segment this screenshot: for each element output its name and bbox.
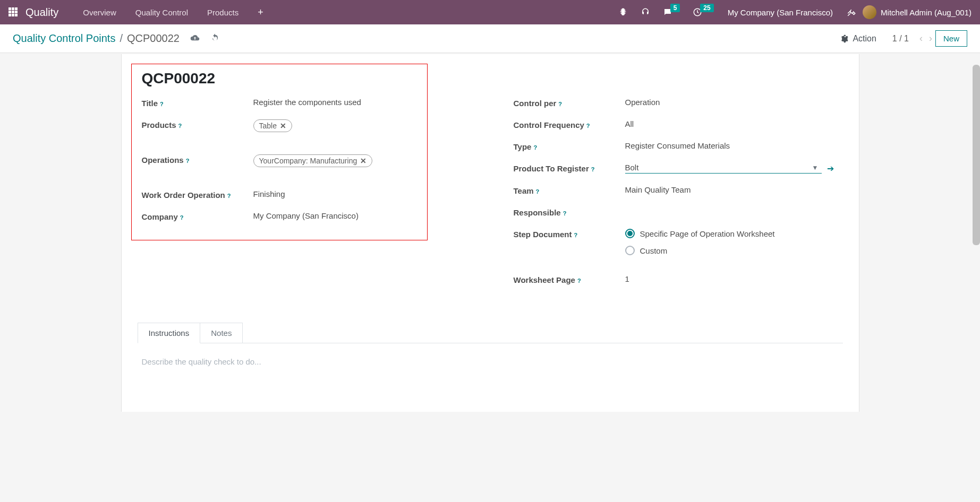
left-column: Title? Register the components used Prod…: [142, 98, 471, 296]
help-icon[interactable]: ?: [227, 193, 231, 199]
tab-content: Describe the quality check to do...: [138, 343, 843, 380]
help-icon[interactable]: ?: [178, 123, 182, 129]
activities-badge: 25: [700, 4, 713, 12]
action-button[interactable]: Action: [841, 34, 876, 44]
instructions-placeholder[interactable]: Describe the quality check to do...: [142, 357, 839, 366]
step-document-label: Step Document?: [514, 229, 625, 239]
radio-custom[interactable]: [625, 246, 635, 255]
title-value[interactable]: Register the components used: [253, 98, 471, 107]
help-icon[interactable]: ?: [574, 232, 578, 238]
help-icon[interactable]: ?: [577, 278, 581, 284]
activities-icon[interactable]: 25: [693, 7, 713, 17]
help-icon[interactable]: ?: [558, 101, 562, 107]
user-menu[interactable]: Mitchell Admin (Aug_001): [863, 5, 972, 19]
breadcrumb: Quality Control Points / QCP00022: [13, 32, 180, 45]
tools-icon[interactable]: [847, 7, 856, 17]
control-per-label: Control per?: [514, 98, 625, 108]
user-name: Mitchell Admin (Aug_001): [881, 8, 972, 17]
messages-icon[interactable]: 5: [663, 7, 680, 17]
scrollbar[interactable]: [973, 65, 980, 245]
avatar: [863, 5, 876, 19]
frequency-value[interactable]: All: [625, 119, 843, 128]
help-icon[interactable]: ?: [563, 210, 567, 217]
bug-icon[interactable]: [618, 7, 628, 17]
remove-tag-icon[interactable]: ✕: [280, 122, 286, 130]
topbar: Quality Overview Quality Control Product…: [0, 0, 980, 24]
help-icon[interactable]: ?: [536, 188, 540, 195]
apps-icon[interactable]: [8, 7, 18, 17]
help-icon[interactable]: ?: [180, 214, 184, 221]
breadcrumb-current: QCP00022: [127, 32, 180, 45]
nav-products[interactable]: Products: [207, 8, 238, 17]
help-icon[interactable]: ?: [186, 158, 190, 164]
nav-overview[interactable]: Overview: [83, 8, 116, 17]
new-menu-icon[interactable]: +: [258, 7, 263, 18]
operation-tag[interactable]: YourCompany: Manufacturing✕: [253, 154, 373, 167]
help-icon[interactable]: ?: [160, 101, 164, 107]
dropdown-caret-icon[interactable]: ▼: [809, 164, 822, 171]
worksheet-page-value[interactable]: 1: [625, 274, 843, 283]
help-icon[interactable]: ?: [591, 166, 595, 172]
team-value[interactable]: Main Quality Team: [625, 185, 843, 194]
company-label: Company?: [142, 211, 253, 221]
company-value[interactable]: My Company (San Francisco): [253, 211, 471, 220]
control-per-value[interactable]: Operation: [625, 98, 843, 107]
messages-badge: 5: [670, 4, 680, 12]
radio-label: Specific Page of Operation Worksheet: [640, 229, 775, 238]
help-icon[interactable]: ?: [586, 123, 590, 129]
pager-next-icon[interactable]: ›: [926, 33, 935, 44]
breadcrumb-parent[interactable]: Quality Control Points: [13, 32, 115, 45]
external-link-icon[interactable]: ➔: [827, 163, 834, 174]
support-icon[interactable]: [641, 7, 650, 17]
wo-operation-value[interactable]: Finishing: [253, 189, 471, 198]
remove-tag-icon[interactable]: ✕: [360, 157, 367, 165]
product-to-register-label: Product To Register?: [514, 163, 625, 173]
tab-notes[interactable]: Notes: [200, 323, 243, 343]
right-column: Control per? Operation Control Frequency…: [514, 98, 843, 296]
company-switcher[interactable]: My Company (San Francisco): [728, 8, 833, 17]
help-icon[interactable]: ?: [533, 144, 537, 151]
radio-label: Custom: [640, 246, 668, 255]
cloud-upload-icon[interactable]: [190, 33, 200, 45]
pager[interactable]: 1 / 1: [892, 34, 909, 44]
form-sheet: QCP00022 Title? Register the components …: [121, 54, 859, 412]
nav-quality-control[interactable]: Quality Control: [135, 8, 188, 17]
record-title: QCP00022: [142, 70, 843, 87]
team-label: Team?: [514, 185, 625, 195]
app-name: Quality: [25, 6, 58, 19]
product-to-register-input[interactable]: ▼: [625, 163, 822, 174]
breadcrumb-sep: /: [120, 32, 123, 45]
worksheet-page-label: Worksheet Page?: [514, 274, 625, 284]
main: QCP00022 Title? Register the components …: [0, 53, 980, 412]
radio-specific-page[interactable]: [625, 229, 635, 238]
wo-operation-label: Work Order Operation?: [142, 189, 253, 200]
tabs: Instructions Notes: [138, 323, 843, 343]
products-label: Products?: [142, 119, 253, 129]
operations-label: Operations?: [142, 154, 253, 165]
new-button[interactable]: New: [935, 30, 967, 47]
type-value[interactable]: Register Consumed Materials: [625, 141, 843, 150]
type-label: Type?: [514, 141, 625, 151]
frequency-label: Control Frequency?: [514, 119, 625, 129]
tab-instructions[interactable]: Instructions: [138, 323, 201, 343]
discard-icon[interactable]: [210, 33, 220, 45]
responsible-label: Responsible?: [514, 207, 625, 217]
product-tag[interactable]: Table✕: [253, 119, 292, 132]
product-to-register-field[interactable]: [625, 163, 809, 172]
title-label: Title?: [142, 98, 253, 108]
pager-prev-icon[interactable]: ‹: [916, 33, 926, 44]
controlbar: Quality Control Points / QCP00022 Action…: [0, 24, 980, 53]
